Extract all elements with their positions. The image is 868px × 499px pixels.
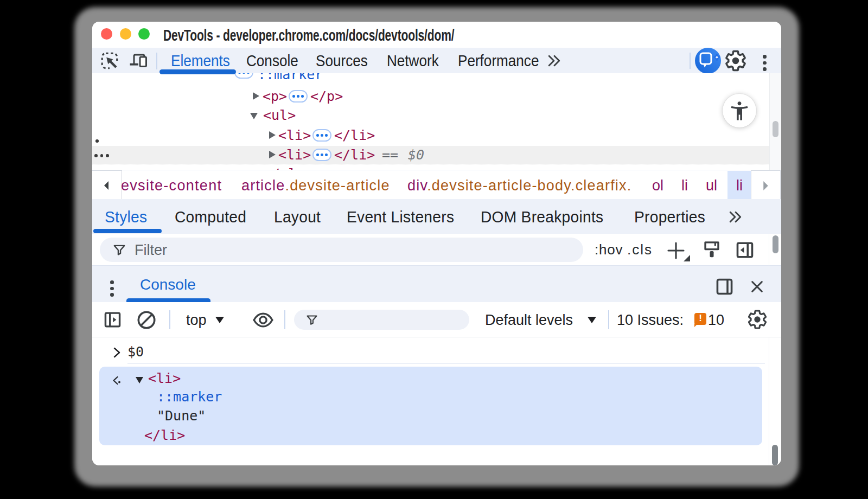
filter-funnel-icon xyxy=(112,243,126,257)
clear-console-icon[interactable] xyxy=(136,310,157,330)
new-style-rule-icon[interactable] xyxy=(666,241,691,263)
console-messages: $0 <li> ::marker "Dune" </li> xyxy=(92,337,781,465)
crumb-article[interactable]: article.devsite-article xyxy=(241,170,390,200)
gutter-dot xyxy=(95,139,99,143)
devtools-window: DevTools - developer.chrome.com/docs/dev… xyxy=(92,22,781,465)
console-input-echo-row[interactable]: $0 xyxy=(92,342,781,362)
crumb-devsite-content[interactable]: evsite-content xyxy=(121,170,222,200)
tree-row-p[interactable]: <p> </p> xyxy=(92,87,781,106)
console-drawer-header: Console xyxy=(92,266,781,302)
crumb-li-selected[interactable]: li xyxy=(736,170,743,200)
expand-arrow-icon[interactable] xyxy=(269,151,276,158)
title-bar: DevTools - developer.chrome.com/docs/dev… xyxy=(92,22,781,48)
tab-properties[interactable]: Properties xyxy=(634,199,705,234)
settings-gear-icon[interactable] xyxy=(724,49,748,73)
breadcrumb-scroll-left-button[interactable] xyxy=(92,170,122,200)
styles-pane-tabs: Styles Computed Layout Event Listeners D… xyxy=(92,199,781,234)
issues-count[interactable]: 10 xyxy=(708,312,724,329)
console-scrollbar-thumb[interactable] xyxy=(772,445,778,465)
equals-annotation: == xyxy=(382,145,398,165)
console-command: $0 xyxy=(127,342,144,362)
ellipsis-badge[interactable] xyxy=(312,149,331,161)
breadcrumb: evsite-content article.devsite-article d… xyxy=(92,170,781,199)
tab-performance[interactable]: Performance xyxy=(458,48,539,73)
tab-elements-underline xyxy=(159,69,236,74)
split-panel-icon[interactable] xyxy=(716,277,733,296)
issues-label[interactable]: 10 Issues: xyxy=(617,312,684,329)
result-anchor-icon xyxy=(111,375,123,387)
ai-assistant-icon[interactable] xyxy=(695,48,721,74)
tab-dom-breakpoints[interactable]: DOM Breakpoints xyxy=(481,199,603,234)
dollar-zero-annotation: $0 xyxy=(408,145,424,165)
console-scrollbar-track xyxy=(769,337,769,465)
more-tabs-icon[interactable] xyxy=(547,54,562,67)
tab-styles-underline xyxy=(93,229,162,233)
tree-row-li1[interactable]: <li> </li> xyxy=(92,126,781,145)
breadcrumb-scroll-right-button[interactable] xyxy=(751,170,781,200)
accessibility-button[interactable] xyxy=(723,94,756,127)
filter-funnel-icon xyxy=(305,314,318,327)
close-window-button[interactable] xyxy=(101,28,112,40)
collapse-arrow-icon[interactable] xyxy=(136,377,143,383)
console-filter-input[interactable] xyxy=(294,310,469,330)
minimize-window-button[interactable] xyxy=(120,28,131,40)
issues-bang: ! xyxy=(694,312,706,324)
tab-network[interactable]: Network xyxy=(387,48,439,73)
expand-arrow-icon[interactable] xyxy=(253,92,259,100)
maximize-window-button[interactable] xyxy=(138,28,150,40)
accessibility-icon xyxy=(729,100,750,121)
drawer-tab-console[interactable]: Console xyxy=(140,266,196,302)
crumb-div[interactable]: div.devsite-article-body.clearfix. xyxy=(407,170,631,200)
tree-row-ul[interactable]: <ul> xyxy=(92,106,781,125)
chevron-left-icon xyxy=(102,180,110,191)
close-icon[interactable] xyxy=(750,280,764,293)
styles-scrollbar-thumb[interactable] xyxy=(773,235,778,253)
levels-selector[interactable]: Default levels xyxy=(485,312,573,329)
tab-layout[interactable]: Layout xyxy=(274,199,321,234)
main-menu-kebab-icon[interactable] xyxy=(763,52,767,74)
tab-console[interactable]: Console xyxy=(246,48,298,73)
tree-row-clipped-bottom: </ul> xyxy=(264,164,304,170)
console-settings-gear-icon[interactable] xyxy=(746,309,768,330)
ellipsis-badge[interactable] xyxy=(289,90,308,103)
tree-row-marker-clipped[interactable]: ::marker xyxy=(258,73,323,85)
crumb-ul[interactable]: ul xyxy=(706,170,717,200)
toggle-sidebar-icon[interactable] xyxy=(735,240,755,260)
crumb-li[interactable]: li xyxy=(681,170,688,200)
window-title: DevTools - developer.chrome.com/docs/dev… xyxy=(163,22,454,48)
toolbar-separator xyxy=(156,53,157,69)
issues-badge-icon[interactable]: ! xyxy=(694,313,706,325)
styles-filter-input[interactable]: Filter xyxy=(100,238,583,262)
tab-sources[interactable]: Sources xyxy=(316,48,368,73)
toolbar-separator-right xyxy=(690,53,691,69)
ellipsis-badge-clipped[interactable] xyxy=(234,73,253,79)
elements-scrollbar-thumb[interactable] xyxy=(773,121,778,137)
eye-icon[interactable] xyxy=(252,311,274,329)
console-separator xyxy=(127,363,765,364)
tab-event-listeners[interactable]: Event Listeners xyxy=(347,199,454,234)
expand-arrow-icon[interactable] xyxy=(269,131,276,139)
console-sidebar-icon[interactable] xyxy=(104,311,122,329)
inspect-icon[interactable] xyxy=(101,52,119,71)
cls-button[interactable]: .cls xyxy=(627,241,653,258)
separator xyxy=(169,310,170,329)
device-toolbar-icon[interactable] xyxy=(130,53,151,69)
ellipsis-badge[interactable] xyxy=(312,129,331,142)
separator xyxy=(608,310,609,329)
hov-button[interactable]: :hov xyxy=(595,241,623,258)
more-tabs-icon[interactable] xyxy=(728,210,743,223)
drawer-menu-kebab-icon[interactable] xyxy=(110,278,114,299)
crumb-ol[interactable]: ol xyxy=(652,170,663,200)
tab-computed[interactable]: Computed xyxy=(175,199,246,234)
rendering-brush-icon[interactable] xyxy=(703,240,721,260)
stage: DevTools - developer.chrome.com/docs/dev… xyxy=(0,0,868,499)
context-selector[interactable]: top xyxy=(186,312,207,329)
gutter-dots xyxy=(94,154,109,157)
context-dropdown-icon xyxy=(215,317,224,323)
console-result-block[interactable]: <li> ::marker "Dune" </li> xyxy=(99,367,762,445)
styles-filter-row: Filter :hov .cls xyxy=(92,234,781,266)
collapse-arrow-icon[interactable] xyxy=(250,113,258,119)
levels-dropdown-icon xyxy=(588,317,596,323)
tree-row-li2-selected[interactable]: <li> </li> == $0 xyxy=(92,145,781,165)
styles-scrollbar-track xyxy=(769,234,769,266)
